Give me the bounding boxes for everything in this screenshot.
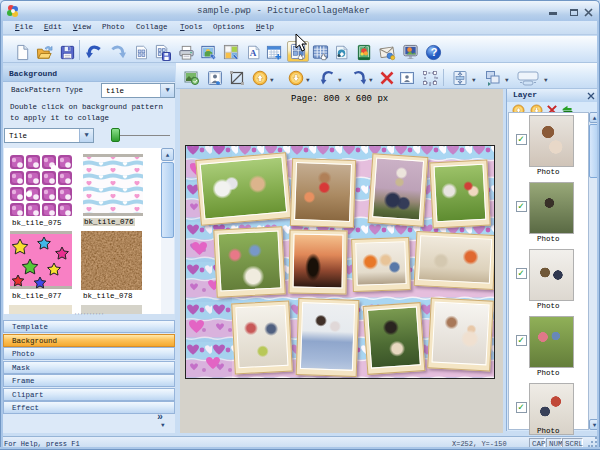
svg-text:A: A (250, 48, 257, 58)
svg-text:?: ? (431, 46, 438, 58)
